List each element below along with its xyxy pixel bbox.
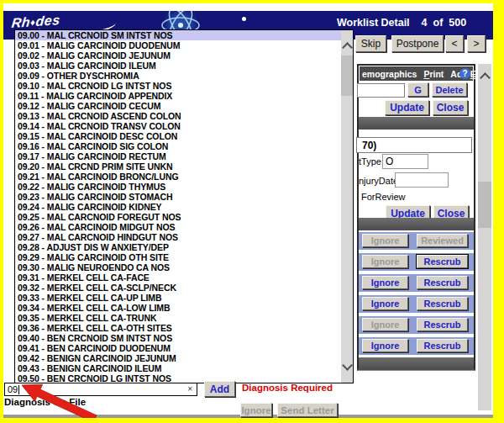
update-button[interactable]: Update [385, 100, 429, 115]
list-item[interactable]: 09.15 - MAL CARCINOID DESC COLON [15, 131, 341, 141]
list-item[interactable]: 09.00 - MAL CRCNOID SM INTST NOS [15, 30, 341, 40]
diagnosis-listbox: 09.00 - MAL CRCNOID SM INTST NOS09.01 - … [14, 29, 354, 383]
section-divider-bar [359, 357, 474, 370]
list-item[interactable]: 09.10 - MAL CRCNOID LG INTST NOS [15, 81, 341, 91]
injury-date-field[interactable] [395, 172, 449, 188]
list-item[interactable]: 09.14 - MAL CRCNOID TRANSV COLON [15, 121, 341, 131]
logo-diamond-icon: ♦ [30, 17, 36, 27]
action-rows: IgnoreReviewedIgnoreRescrubIgnoreRescrub… [359, 232, 474, 355]
ignore-button[interactable]: Ignore [362, 318, 408, 331]
clear-input-icon[interactable]: × [187, 384, 192, 394]
list-item[interactable]: 09.03 - MALIG CARCINOID ILEUM [15, 61, 341, 71]
diagnosis-listbox-rows: 09.00 - MAL CRCNOID SM INTST NOS09.01 - … [15, 30, 341, 383]
reviewed-button[interactable]: Reviewed [417, 234, 468, 247]
list-item[interactable]: 09.42 - BENIGN CARCINOID JEJUNUM [15, 353, 341, 363]
red-arrow-annotation [15, 378, 116, 418]
panel-vertical-scrollbar[interactable] [478, 64, 491, 410]
scroll-up-icon[interactable] [480, 72, 491, 83]
list-item[interactable]: 09.30 - MALIG NEUROENDO CA NOS [15, 262, 341, 272]
page-title: Worklist Detail [337, 17, 410, 29]
ignore-button[interactable]: Ignore [362, 339, 408, 352]
list-item[interactable]: 09.34 - MERKEL CELL CA-LOW LIMB [15, 303, 341, 313]
ignore-button[interactable]: Ignore [362, 276, 408, 289]
list-item[interactable]: 09.24 - MALIG CARCINOID KIDNEY [15, 202, 341, 212]
menu-item[interactable]: Print [423, 69, 444, 79]
listbox-vertical-scrollbar[interactable] [341, 30, 353, 383]
list-item[interactable]: 09.33 - MERKEL CELL CA-UP LIMB [15, 293, 341, 303]
action-row: IgnoreReviewed [359, 232, 474, 250]
code-value-box: 70) [356, 137, 472, 153]
list-item[interactable]: 09.31 - MERKEL CELL CA-FACE [15, 272, 341, 283]
list-item[interactable]: 09.23 - MALIG CARCINOID STOMACH [15, 192, 341, 202]
section-divider-bar [359, 117, 474, 130]
list-item[interactable]: 09.25 - MAL CARCNOID FOREGUT NOS [15, 212, 341, 222]
list-item[interactable]: 09.17 - MALIG CARCINOID RECTUM [15, 151, 341, 161]
logo-decoration [242, 17, 246, 21]
rescrub-button[interactable]: Rescrub [417, 276, 468, 289]
list-item[interactable]: 09.01 - MALIG CARCINOID DUODENUM [15, 40, 341, 50]
scroll-up-icon[interactable] [342, 42, 353, 53]
list-item[interactable]: 09.43 - BENIGN CARCINOID ILEUM [15, 363, 341, 373]
scrollbar-thumb[interactable] [478, 182, 491, 228]
send-letter-button[interactable]: Send Letter [277, 403, 338, 417]
rescrub-button[interactable]: Rescrub [417, 297, 468, 310]
rescrub-button[interactable]: Rescrub [417, 339, 468, 352]
list-item[interactable]: 09.09 - OTHER DYSCHROMIA [15, 71, 341, 81]
list-item[interactable]: 09.35 - MERKEL CELL CA-TRUNK [15, 313, 341, 323]
list-item[interactable]: 09.29 - MALIG CARCINOID OTH SITE [15, 252, 341, 262]
app-window: Rh♦des Worklist Detail 4 of 500 Skip Pos… [3, 3, 493, 418]
patient-type-label: tType: [359, 156, 384, 167]
add-button[interactable]: Add [204, 381, 235, 397]
list-item[interactable]: 09.11 - MALIG CARCINOID APPENDIX [15, 91, 341, 101]
previous-record-button[interactable]: < [445, 35, 464, 52]
list-item[interactable]: 09.36 - MERKEL CELL CA-OTH SITES [15, 323, 341, 333]
rescrub-button[interactable]: Rescrub [417, 318, 468, 331]
list-item[interactable]: 09.20 - MAL CRCND PRIM SITE UNKN [15, 161, 341, 172]
menu-item[interactable]: emographics [362, 69, 417, 79]
panel-menubar: emographicsPrintAdd Edit ? [360, 66, 473, 81]
patient-type-field[interactable]: O [382, 154, 428, 169]
list-item[interactable]: 09.40 - BEN CRCNOID SM INTST NOS [15, 333, 341, 343]
scrollbar-thumb[interactable] [341, 56, 353, 96]
list-item[interactable]: 09.41 - BEN CARCINOID DUODENUM [15, 343, 341, 353]
diagnosis-required-message: Diagnosis Required [242, 383, 333, 393]
ignore-button[interactable]: Ignore [362, 234, 408, 247]
action-row: IgnoreRescrub [359, 253, 474, 271]
for-review-label: ForReview [361, 192, 406, 202]
list-item[interactable]: 09.32 - MERKEL CELL CA-SCLP/NECK [15, 283, 341, 293]
delete-button[interactable]: Delete [432, 82, 467, 97]
section-divider-bar [359, 218, 474, 230]
action-row: IgnoreRescrub [359, 295, 474, 313]
postpone-button[interactable]: Postpone [391, 35, 444, 52]
g-button[interactable]: G [407, 82, 428, 97]
worklist-detail-panel: emographicsPrintAdd Edit ? G Delete Upda… [357, 64, 475, 371]
list-item[interactable]: 09.28 - ADJUST DIS W ANXIETY/DEP [15, 242, 341, 252]
record-counter: 4 of 500 [422, 17, 467, 29]
scroll-down-icon[interactable] [342, 360, 353, 371]
list-item[interactable]: 09.16 - MAL CARCINOID SIG COLON [15, 141, 341, 151]
list-item[interactable]: 09.26 - MAL CARCINOID MIDGUT NOS [15, 222, 341, 232]
action-row: IgnoreRescrub [359, 337, 474, 355]
list-item[interactable]: 09.02 - MALIG CARCINOID JEJUNUM [15, 50, 341, 61]
next-record-button[interactable]: > [467, 35, 486, 52]
list-item[interactable]: 09.13 - MAL CRCNOID ASCEND COLON [15, 111, 341, 121]
list-item[interactable]: 09.27 - MAL CARCNOID HINDGUT NOS [15, 232, 341, 242]
ignore-button-footer[interactable]: Ignore [240, 403, 272, 417]
list-item[interactable]: 09.21 - MAL CARCINOID BRONC/LUNG [15, 172, 341, 182]
close-button[interactable]: Close [433, 100, 468, 115]
action-row: IgnoreRescrub [359, 274, 474, 292]
help-icon[interactable]: ? [459, 68, 470, 79]
ignore-button[interactable]: Ignore [362, 255, 408, 268]
list-item[interactable]: 09.12 - MALIG CARCINOID CECUM [15, 101, 341, 111]
list-item[interactable]: 09.22 - MALIG CARCINOID THYMUS [15, 182, 341, 192]
action-row: IgnoreRescrub [359, 316, 474, 334]
skip-button[interactable]: Skip [355, 35, 386, 52]
rescrub-button[interactable]: Rescrub [417, 255, 468, 268]
panel-text-field[interactable] [357, 83, 405, 98]
annotation-frame: Rh♦des Worklist Detail 4 of 500 Skip Pos… [0, 0, 504, 423]
ignore-button[interactable]: Ignore [362, 297, 408, 310]
